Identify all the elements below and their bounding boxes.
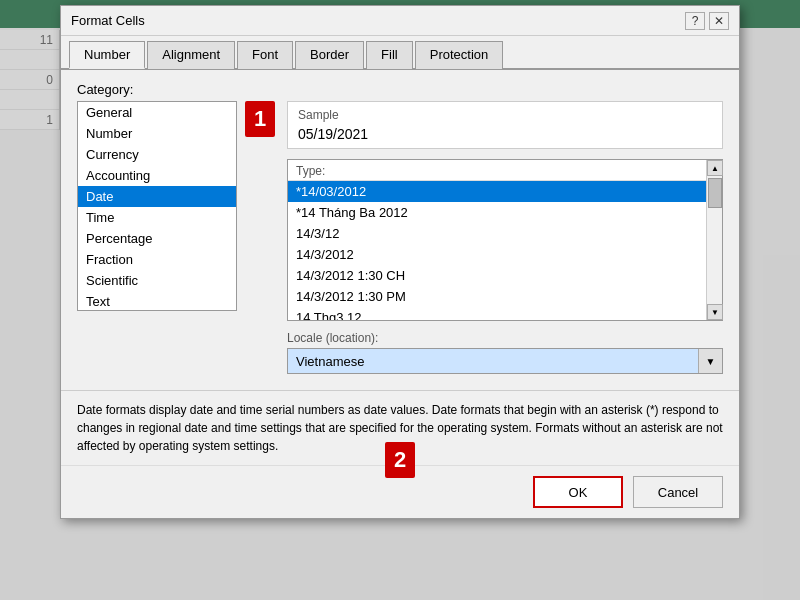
- category-label: Category:: [77, 82, 723, 97]
- category-number[interactable]: Number: [78, 123, 236, 144]
- tab-number[interactable]: Number: [69, 41, 145, 69]
- tab-bar: Number Alignment Font Border Fill Protec…: [61, 36, 739, 70]
- type-scrollbar[interactable]: ▲ ▼: [706, 160, 722, 320]
- dialog-footer: 2 OK Cancel: [61, 465, 739, 518]
- right-panel: Sample 05/19/2021 Type: *14/03/2012 *14 …: [287, 101, 723, 374]
- type-item-4[interactable]: 14/3/2012 1:30 CH: [288, 265, 722, 286]
- type-item-0[interactable]: *14/03/2012: [288, 181, 722, 202]
- cancel-button[interactable]: Cancel: [633, 476, 723, 508]
- type-item-1[interactable]: *14 Tháng Ba 2012: [288, 202, 722, 223]
- type-scroll-down-icon[interactable]: ▼: [707, 304, 723, 320]
- step-1-badge: 1: [245, 101, 275, 137]
- dialog-controls: ? ✕: [685, 12, 729, 30]
- type-item-6[interactable]: 14 Thg3 12: [288, 307, 722, 320]
- ok-button[interactable]: OK: [533, 476, 623, 508]
- category-scientific[interactable]: Scientific: [78, 270, 236, 291]
- type-item-2[interactable]: 14/3/12: [288, 223, 722, 244]
- dialog-overlay: Format Cells ? ✕ Number Alignment Font B…: [0, 0, 800, 600]
- tab-fill[interactable]: Fill: [366, 41, 413, 69]
- type-scroll-mid: [707, 176, 722, 304]
- tab-border[interactable]: Border: [295, 41, 364, 69]
- type-scroll-thumb[interactable]: [708, 178, 722, 208]
- category-accounting[interactable]: Accounting: [78, 165, 236, 186]
- category-general[interactable]: General: [78, 102, 236, 123]
- category-currency[interactable]: Currency: [78, 144, 236, 165]
- category-date[interactable]: Date: [78, 186, 236, 207]
- dialog-titlebar: Format Cells ? ✕: [61, 6, 739, 36]
- format-cells-dialog: Format Cells ? ✕ Number Alignment Font B…: [60, 5, 740, 519]
- category-text[interactable]: Text: [78, 291, 236, 311]
- dialog-body: Category: General Number Currency Accoun…: [61, 70, 739, 386]
- tab-font[interactable]: Font: [237, 41, 293, 69]
- locale-select[interactable]: Vietnamese ▼: [287, 348, 723, 374]
- type-section: Type: *14/03/2012 *14 Tháng Ba 2012 14/3…: [287, 159, 723, 321]
- category-time[interactable]: Time: [78, 207, 236, 228]
- category-fraction[interactable]: Fraction: [78, 249, 236, 270]
- locale-dropdown-icon[interactable]: ▼: [698, 349, 722, 373]
- sample-value: 05/19/2021: [298, 126, 712, 142]
- close-button[interactable]: ✕: [709, 12, 729, 30]
- category-list-container: General Number Currency Accounting Date …: [77, 101, 237, 311]
- help-button[interactable]: ?: [685, 12, 705, 30]
- main-area: General Number Currency Accounting Date …: [77, 101, 723, 374]
- type-label: Type:: [288, 160, 722, 180]
- type-scroll-up-icon[interactable]: ▲: [707, 160, 723, 176]
- locale-label: Locale (location):: [287, 331, 723, 345]
- sample-label: Sample: [298, 108, 712, 122]
- category-percentage[interactable]: Percentage: [78, 228, 236, 249]
- category-list: General Number Currency Accounting Date …: [78, 102, 236, 311]
- step-2-badge: 2: [385, 442, 415, 478]
- locale-section: Locale (location): Vietnamese ▼: [287, 331, 723, 374]
- type-item-5[interactable]: 14/3/2012 1:30 PM: [288, 286, 722, 307]
- locale-value: Vietnamese: [288, 350, 698, 373]
- type-item-3[interactable]: 14/3/2012: [288, 244, 722, 265]
- tab-protection[interactable]: Protection: [415, 41, 504, 69]
- dialog-title: Format Cells: [71, 13, 145, 28]
- sample-section: Sample 05/19/2021: [287, 101, 723, 149]
- type-list: *14/03/2012 *14 Tháng Ba 2012 14/3/12 14…: [288, 180, 722, 320]
- tab-alignment[interactable]: Alignment: [147, 41, 235, 69]
